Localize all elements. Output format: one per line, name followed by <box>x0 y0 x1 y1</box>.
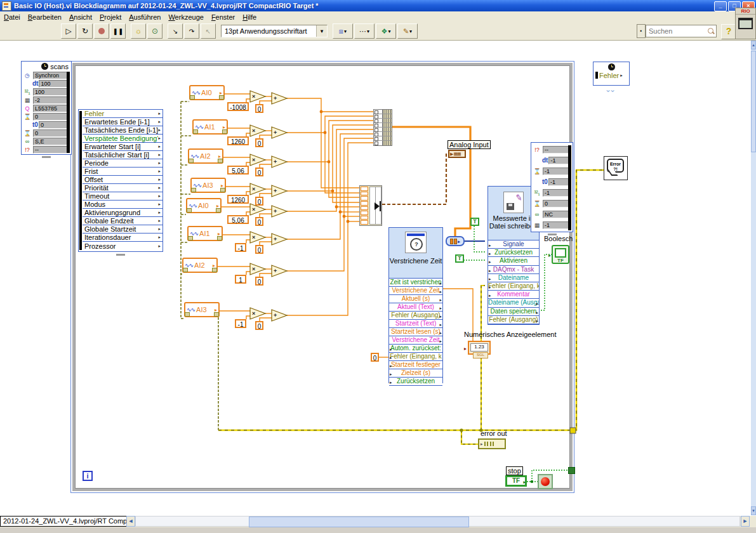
help-button[interactable]: ? <box>721 24 736 39</box>
vertical-scroll-thumb[interactable] <box>751 51 756 152</box>
offset-constant[interactable]: 0 <box>255 321 263 330</box>
analog-input-label[interactable]: Analog Input <box>448 140 491 149</box>
timed-loop-output-node[interactable]: Fehler ▸ <box>593 62 630 86</box>
highlight-execution-button[interactable]: ☼ <box>131 23 146 39</box>
fehler-output[interactable]: Fehler <box>599 72 619 79</box>
timed-loop-property-node[interactable]: Fehler▸ Erwartetes Ende [i-1]▸ Tatsächli… <box>78 109 163 252</box>
value-box[interactable]: 100 <box>33 88 70 96</box>
vi-output[interactable]: Zeit ist verstrichen <box>390 279 441 286</box>
ai-terminal-AI2-2[interactable]: ∿∿AI2▸ <box>182 258 218 273</box>
vi-input[interactable]: Fehler (Eingang, k <box>390 353 442 360</box>
vi-output[interactable]: Dateiname (Ausga <box>488 299 539 306</box>
property-item[interactable]: Prozessor <box>84 242 158 250</box>
vi-input[interactable]: Signale <box>503 240 524 247</box>
abort-button[interactable] <box>94 23 109 39</box>
align-objects-button[interactable]: ⧈▾ <box>333 23 353 39</box>
vi-output[interactable]: Aktuell (Text) <box>397 303 434 310</box>
convert-to-dynamic-node[interactable]: ▸ <box>446 236 465 246</box>
property-item[interactable]: Iterationsdauer <box>84 234 158 241</box>
build-array-node[interactable] <box>373 109 392 146</box>
titlebar[interactable]: Basic IO (Host).vi Blockdiagramm auf 201… <box>0 0 756 11</box>
vi-output[interactable]: Verstrichene Zeit <box>392 287 439 294</box>
numeric-indicator[interactable]: ▸ 1.23 SGL <box>468 341 491 355</box>
loop-condition-terminal[interactable] <box>568 467 575 474</box>
menu-bearbeiten[interactable]: Bearbeiten <box>24 13 65 22</box>
zero-constant[interactable]: 0 <box>371 353 379 362</box>
vi-output[interactable]: Startzeit lesen (s) <box>391 328 441 335</box>
property-item[interactable]: Periode <box>84 159 158 167</box>
vi-output[interactable]: Daten speichern <box>491 308 537 315</box>
stop-button[interactable] <box>538 474 553 489</box>
vi-output[interactable]: Verstrichene Zeit <box>392 336 439 343</box>
gain-constant[interactable]: 1260 <box>227 136 249 145</box>
property-item[interactable]: Verspätete Beendigung? [i-1] <box>84 135 158 142</box>
stop-boolean-terminal[interactable]: TF ▸ <box>505 475 527 487</box>
property-item[interactable]: Tatsächlicher Start [i] <box>84 151 158 159</box>
font-selector[interactable]: 13pt Anwendungsschriftart ▾ <box>221 25 328 37</box>
gain-constant[interactable]: -1 <box>235 243 246 252</box>
value-box[interactable]: -1 <box>543 221 571 229</box>
property-item[interactable]: Offset <box>84 176 158 183</box>
elapsed-time-express-vi[interactable]: ? Verstrichene Zeit Zeit ist verstrichen… <box>388 227 443 383</box>
menu-fenster[interactable]: Fenster <box>208 13 239 22</box>
vi-input[interactable]: Kommentar <box>497 291 530 298</box>
vi-input[interactable]: Zielzeit (s) <box>401 369 430 376</box>
value-box[interactable]: 0 <box>33 113 70 121</box>
vi-input[interactable]: Dateiname <box>498 274 529 281</box>
property-item[interactable]: Priorität <box>84 184 158 192</box>
gain-constant[interactable]: -1 <box>235 319 246 328</box>
gain-constant[interactable]: 5,06 <box>227 166 249 174</box>
timed-loop-input-node[interactable]: scans ◷Synchron dt100 ³²₁100 ▦-2 QL55378… <box>21 61 72 155</box>
menu-ansicht[interactable]: Ansicht <box>65 13 96 22</box>
error-out-indicator[interactable]: ▸ <box>478 438 506 449</box>
collapse-handle[interactable] <box>548 234 557 235</box>
scroll-up-icon[interactable]: ▲ <box>751 41 756 49</box>
true-constant[interactable]: T <box>470 218 479 226</box>
value-box[interactable]: L553785 <box>33 105 70 112</box>
offset-constant[interactable]: 0 <box>255 245 263 254</box>
property-item[interactable]: Timeout <box>84 192 158 200</box>
pause-button[interactable]: ❚❚ <box>110 23 126 39</box>
ai-terminal-AI2[interactable]: ∿∿AI2▸ <box>188 148 223 164</box>
vi-output[interactable]: Fehler (Ausgang) <box>391 312 440 319</box>
value-box[interactable]: -- <box>543 146 571 154</box>
value-box[interactable]: -1 <box>543 189 571 197</box>
scroll-down-icon[interactable]: ▼ <box>751 506 756 515</box>
menu-werkzeuge[interactable]: Werkzeuge <box>164 13 207 22</box>
horizontal-scrollbar[interactable] <box>135 516 740 527</box>
step-out-button[interactable]: ↖ <box>201 23 216 39</box>
scroll-right-icon[interactable]: ► <box>741 516 750 527</box>
gain-constant[interactable]: 1 <box>235 275 246 284</box>
vi-output[interactable]: Aktuell (s) <box>402 295 430 302</box>
offset-constant[interactable]: 0 <box>255 104 263 113</box>
ai-terminal-AI3-2[interactable]: ∿∿AI3▸ <box>184 302 220 317</box>
value-box[interactable]: -1 <box>543 168 571 175</box>
value-box[interactable]: 0 <box>39 121 70 129</box>
property-item[interactable]: Fehler <box>84 110 158 117</box>
vertical-scrollbar[interactable]: ▲ ▼ <box>751 41 756 515</box>
collapse-chevron-icon[interactable]: ⌄⌄ <box>605 87 614 92</box>
search-dropdown[interactable]: ▪ <box>637 24 646 38</box>
value-box[interactable]: S,E <box>33 138 70 145</box>
value-box[interactable]: -2 <box>33 96 70 104</box>
gain-constant[interactable]: -1008 <box>227 102 249 111</box>
offset-constant[interactable]: 0 <box>255 277 263 286</box>
collapse-handle[interactable] <box>116 254 125 256</box>
value-box[interactable]: 0 <box>33 129 70 137</box>
vi-output[interactable]: Startzeit (Text) <box>395 320 436 327</box>
property-item[interactable]: Globale Startzeit <box>84 225 158 233</box>
menu-hilfe[interactable]: Hilfe <box>239 13 260 22</box>
true-constant[interactable]: T <box>455 254 464 263</box>
value-box[interactable]: 100 <box>39 80 70 88</box>
retain-wire-values-button[interactable]: ⊙ <box>147 23 162 39</box>
gain-constant[interactable]: 1260 <box>227 195 249 204</box>
step-over-button[interactable]: ↷ <box>184 23 199 39</box>
property-item[interactable]: Frist <box>84 168 158 175</box>
vi-input[interactable]: Startzeit festleger <box>391 361 441 368</box>
run-continuous-button[interactable]: ↻ <box>77 23 93 39</box>
ai-terminal-AI3[interactable]: ∿∿AI3▸ <box>190 178 226 193</box>
property-item[interactable]: Aktivierungsgrund <box>84 209 158 216</box>
run-button[interactable]: ▷ <box>61 23 76 39</box>
reorder-button[interactable]: ✎▾ <box>397 23 418 39</box>
merge-signals-node[interactable] <box>359 185 382 226</box>
